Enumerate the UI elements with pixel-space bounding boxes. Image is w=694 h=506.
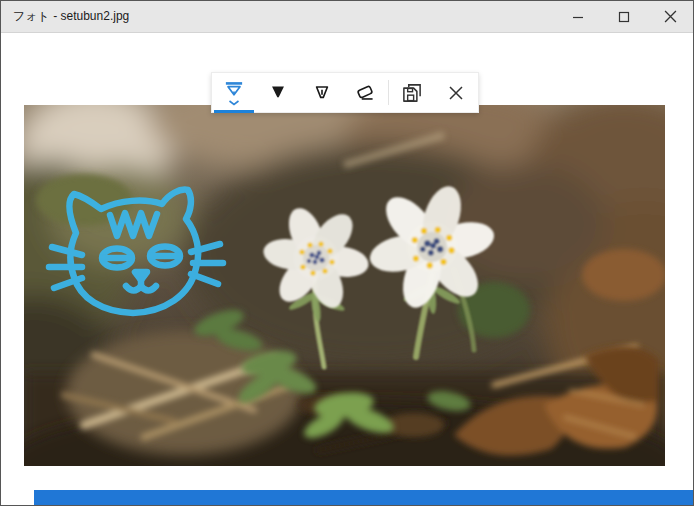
- ballpoint-pen-icon: [221, 80, 247, 102]
- photo: [24, 105, 665, 466]
- save-copy-icon: [399, 80, 425, 106]
- close-button[interactable]: [647, 1, 693, 32]
- ink-toolbar: [211, 72, 479, 113]
- pencil-icon: [265, 80, 291, 106]
- eraser-button[interactable]: [343, 73, 387, 112]
- photos-app-window: フォト - setubun2.jpg: [0, 0, 694, 506]
- chevron-down-icon: [228, 100, 240, 106]
- content-area: [1, 33, 693, 505]
- save-copy-button[interactable]: [390, 73, 434, 112]
- exit-ink-button[interactable]: [434, 73, 478, 112]
- maximize-button[interactable]: [601, 1, 647, 32]
- maximize-icon: [618, 11, 630, 23]
- toolbar-separator: [388, 80, 389, 105]
- caption-buttons: [555, 1, 693, 32]
- bottom-accent-bar: [34, 490, 693, 505]
- window-title: フォト - setubun2.jpg: [13, 1, 129, 32]
- calligraphy-pen-icon: [309, 80, 335, 106]
- selected-tool-indicator: [214, 110, 254, 113]
- pencil-button[interactable]: [256, 73, 300, 112]
- titlebar: フォト - setubun2.jpg: [1, 1, 693, 33]
- minimize-button[interactable]: [555, 1, 601, 32]
- close-icon: [664, 10, 677, 23]
- exit-ink-icon: [444, 81, 468, 105]
- eraser-icon: [352, 80, 378, 106]
- photo-canvas[interactable]: [24, 105, 665, 466]
- ballpoint-pen-button[interactable]: [212, 73, 256, 112]
- calligraphy-pen-button[interactable]: [300, 73, 344, 112]
- minimize-icon: [572, 11, 584, 23]
- cat-mouth: [126, 286, 156, 291]
